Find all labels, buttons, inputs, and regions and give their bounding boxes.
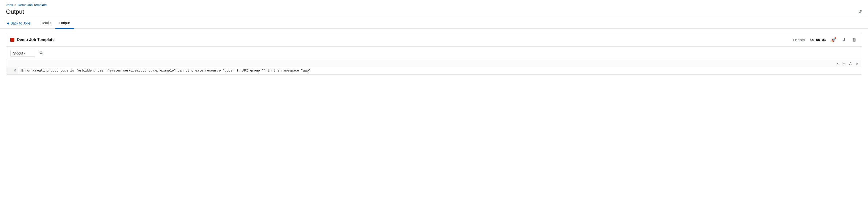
tab-details[interactable]: Details (37, 18, 55, 29)
job-title-area: Demo Job Template (10, 38, 55, 42)
job-panel: Demo Job Template Elapsed 00:00:04 🚀 ⬇ 🗑… (6, 33, 862, 75)
tabs-bar: ◄ Back to Jobs Details Output (0, 18, 868, 29)
output-area: ∧ ∨ ⋀ ⋁ 0Error creating pod: pods is for… (6, 60, 862, 74)
breadcrumb: Jobs > Demo Job Template (6, 3, 862, 7)
svg-line-1 (42, 53, 43, 54)
breadcrumb-jobs-link[interactable]: Jobs (6, 3, 13, 7)
elapsed-value: 00:00:04 (810, 38, 826, 42)
page-title: Output (6, 8, 24, 15)
scroll-down-button[interactable]: ∨ (841, 61, 847, 66)
job-name: Demo Job Template (17, 38, 55, 42)
line-content: Error creating pod: pods is forbidden: U… (18, 67, 862, 74)
job-panel-header: Demo Job Template Elapsed 00:00:04 🚀 ⬇ 🗑 (6, 33, 862, 47)
download-icon[interactable]: ⬇ (841, 36, 847, 43)
rocket-icon[interactable]: 🚀 (830, 36, 837, 43)
stdout-select[interactable]: Stdout ▾ (10, 50, 35, 57)
table-row: 0Error creating pod: pods is forbidden: … (6, 67, 862, 74)
tab-output[interactable]: Output (55, 18, 74, 29)
elapsed-label: Elapsed (793, 38, 805, 42)
scroll-bottom-button[interactable]: ⋁ (854, 61, 860, 66)
history-icon[interactable]: ↺ (858, 9, 862, 14)
breadcrumb-separator: > (14, 3, 16, 7)
scroll-controls: ∧ ∨ ⋀ ⋁ (6, 60, 862, 67)
terminal-output: 0Error creating pod: pods is forbidden: … (6, 67, 862, 74)
main-content: Demo Job Template Elapsed 00:00:04 🚀 ⬇ 🗑… (0, 29, 868, 82)
job-actions: Elapsed 00:00:04 🚀 ⬇ 🗑 (793, 36, 858, 43)
dropdown-arrow-icon: ▾ (24, 52, 25, 55)
scroll-up-button[interactable]: ∧ (835, 61, 840, 66)
page-title-row: Output ↺ (6, 8, 862, 15)
output-controls: Stdout ▾ (6, 47, 862, 60)
search-button[interactable] (37, 49, 45, 57)
scroll-top-button[interactable]: ⋀ (848, 61, 853, 66)
page-header: Jobs > Demo Job Template Output ↺ (0, 0, 868, 18)
delete-icon[interactable]: 🗑 (851, 36, 858, 43)
job-status-icon (10, 38, 14, 42)
tab-back-to-jobs[interactable]: ◄ Back to Jobs (6, 18, 35, 28)
search-icon (39, 51, 43, 56)
breadcrumb-current[interactable]: Demo Job Template (18, 3, 46, 7)
line-number: 0 (6, 67, 18, 74)
stdout-label: Stdout (13, 51, 23, 55)
